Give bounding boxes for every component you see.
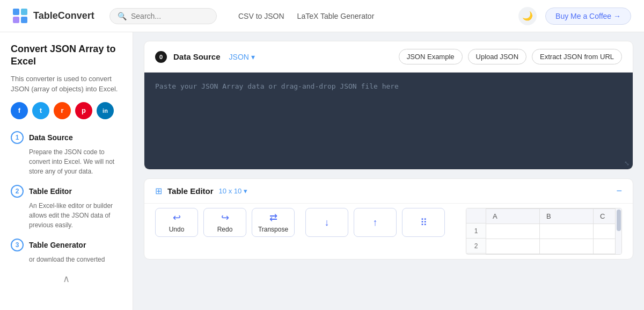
data-source-panel: 0 Data Source JSON ▾ JSON Example Upload… — [144, 41, 633, 170]
table-size-dropdown[interactable]: 10 x 10 ▾ — [219, 187, 248, 195]
row-numbers: 1 2 — [466, 208, 486, 254]
collapse-up-icon[interactable]: ∧ — [63, 273, 70, 285]
step-1-num: 1 — [11, 131, 24, 144]
coffee-button[interactable]: Buy Me a Coffee → — [545, 8, 631, 25]
dark-mode-button[interactable]: 🌙 — [518, 7, 537, 25]
step-2-desc: An Excel-like editor or builder allows e… — [29, 201, 122, 230]
col-a: A — [486, 209, 540, 224]
upload-json-button[interactable]: Upload JSON — [468, 49, 526, 64]
step-3-num: 3 — [11, 239, 24, 251]
sidebar-title: Convert JSON Array to Excel — [11, 43, 122, 68]
header-right: 🌙 Buy Me a Coffee → — [518, 7, 631, 25]
undo-icon: ↩ — [173, 212, 181, 224]
reddit-icon[interactable]: r — [54, 102, 71, 119]
col-c: C — [594, 209, 616, 224]
cell-2b[interactable] — [540, 239, 594, 254]
twitter-icon[interactable]: t — [32, 102, 49, 119]
panel-title: Data Source — [173, 52, 221, 61]
linkedin-icon[interactable]: in — [97, 102, 114, 119]
data-table: A B C D E F — [486, 208, 615, 254]
cell-2a[interactable] — [486, 239, 540, 254]
col-b: B — [540, 209, 594, 224]
social-icons: f t r p in — [11, 102, 122, 119]
undo-button[interactable]: ↩ Undo — [155, 208, 198, 237]
panel-num: 0 — [155, 51, 167, 63]
table-editor-title: Table Editor — [167, 186, 214, 196]
transpose-button[interactable]: ⇄ Transpose — [252, 208, 295, 237]
logo-icon — [13, 9, 28, 23]
dropdown-chevron-icon: ▾ — [251, 53, 255, 61]
step-1-desc: Prepare the JSON code to convert into Ex… — [29, 147, 122, 176]
table-editor-panel: ⊞ Table Editor 10 x 10 ▾ − ↩ Undo ↪ Redo — [144, 178, 633, 259]
panel-actions: JSON Example Upload JSON Extract JSON fr… — [399, 49, 622, 64]
redo-button[interactable]: ↪ Redo — [203, 208, 246, 237]
header: TableConvert 🔍 CSV to JSON LaTeX Table G… — [0, 0, 644, 32]
content-area: 0 Data Source JSON ▾ JSON Example Upload… — [133, 32, 644, 310]
step-1-title: Data Source — [29, 133, 73, 142]
cell-1c[interactable] — [594, 224, 616, 239]
step-2-num: 2 — [11, 185, 24, 198]
transpose-label: Transpose — [258, 226, 288, 233]
nav-links: CSV to JSON LaTeX Table Generator — [238, 12, 508, 20]
cell-1b[interactable] — [540, 224, 594, 239]
step-3-desc: or download the converted — [29, 255, 122, 264]
arrow-up-icon: ↑ — [373, 217, 378, 228]
cell-2c[interactable] — [594, 239, 616, 254]
search-icon: 🔍 — [118, 12, 127, 20]
table-scroll[interactable]: A B C D E F — [486, 208, 615, 254]
step-1: 1 Data Source Prepare the JSON code to c… — [11, 131, 122, 176]
redo-icon: ↪ — [221, 212, 229, 224]
json-dropdown-label: JSON — [229, 53, 249, 61]
cell-1a[interactable] — [486, 224, 540, 239]
sidebar: Convert JSON Array to Excel This convert… — [0, 32, 133, 310]
nav-link-latex[interactable]: LaTeX Table Generator — [297, 12, 375, 20]
grid-icon: ⠿ — [420, 217, 427, 228]
table-scrollbar[interactable] — [615, 208, 621, 254]
json-textarea[interactable]: Paste your JSON Array data or drag-and-d… — [144, 73, 633, 169]
row-num-header — [466, 208, 486, 224]
sidebar-collapse[interactable]: ∧ — [11, 273, 122, 285]
undo-label: Undo — [169, 226, 185, 233]
search-input[interactable] — [131, 12, 206, 20]
table-size-chevron-icon: ▾ — [244, 187, 247, 195]
table-size-label: 10 x 10 — [219, 187, 242, 195]
row-num-2: 2 — [466, 239, 486, 254]
extract-json-url-button[interactable]: Extract JSON from URL — [532, 49, 622, 64]
transpose-icon: ⇄ — [269, 212, 277, 224]
toolbar-btn-4[interactable]: ↓ — [305, 208, 348, 237]
search-box[interactable]: 🔍 — [109, 8, 217, 24]
table-collapse-icon[interactable]: − — [616, 185, 622, 197]
redo-label: Redo — [217, 226, 233, 233]
table-editor-icon: ⊞ — [155, 186, 162, 196]
main: Convert JSON Array to Excel This convert… — [0, 32, 644, 310]
table-editor-header: ⊞ Table Editor 10 x 10 ▾ − — [144, 179, 633, 203]
json-example-button[interactable]: JSON Example — [399, 49, 463, 64]
json-dropdown[interactable]: JSON ▾ — [229, 53, 255, 61]
logo-area: TableConvert — [13, 9, 99, 23]
table-row — [486, 224, 616, 239]
table-grid: 1 2 A B C D E — [466, 208, 622, 255]
row-num-1: 1 — [466, 224, 486, 239]
step-2-title: Table Editor — [29, 187, 72, 196]
nav-link-csv-to-json[interactable]: CSV to JSON — [238, 12, 284, 20]
pinterest-icon[interactable]: p — [75, 102, 92, 119]
logo-text: TableConvert — [33, 10, 94, 21]
table-toolbar: ↩ Undo ↪ Redo ⇄ Transpose ↓ ↑ — [144, 203, 633, 259]
scrollbar-thumb — [617, 210, 621, 231]
table-header-row: A B C D E F — [486, 209, 616, 224]
sidebar-description: This converter is used to convert JSON (… — [11, 74, 122, 95]
arrow-down-icon: ↓ — [325, 217, 330, 228]
step-3-title: Table Generator — [29, 241, 86, 249]
resize-handle-icon[interactable]: ⤡ — [624, 160, 630, 167]
data-source-header: 0 Data Source JSON ▾ JSON Example Upload… — [144, 41, 633, 73]
step-2: 2 Table Editor An Excel-like editor or b… — [11, 185, 122, 230]
facebook-icon[interactable]: f — [11, 102, 28, 119]
table-row — [486, 239, 616, 254]
toolbar-btn-6[interactable]: ⠿ — [402, 208, 445, 237]
step-3: 3 Table Generator or download the conver… — [11, 239, 122, 264]
json-placeholder-text: Paste your JSON Array data or drag-and-d… — [155, 82, 399, 90]
toolbar-btn-5[interactable]: ↑ — [354, 208, 397, 237]
